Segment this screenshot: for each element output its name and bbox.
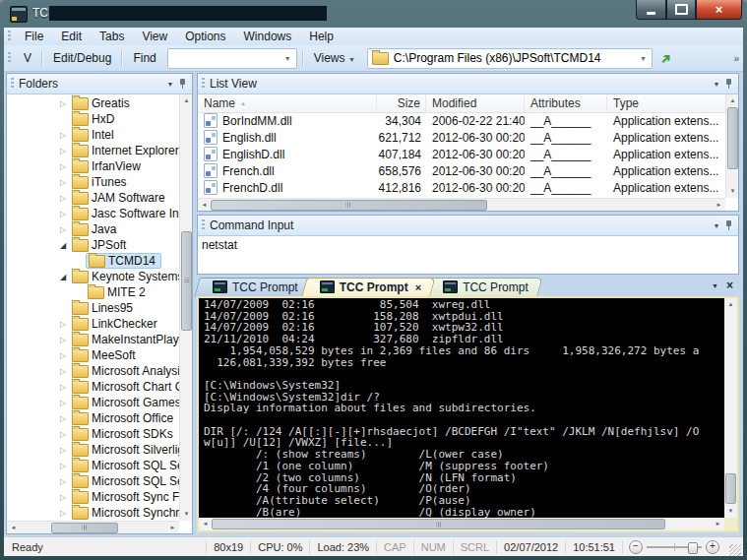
minimize-button[interactable]	[636, 0, 666, 20]
expand-icon[interactable]: ▷	[60, 225, 72, 234]
tree-vertical-scrollbar[interactable]: ▲ ▼	[179, 94, 192, 521]
file-row[interactable]: FrenchD.dll 412,816 2012-06-30 00:20 __A…	[198, 179, 725, 196]
toolbar-grip[interactable]	[8, 52, 11, 64]
views-button[interactable]: Views ▼	[306, 49, 363, 67]
expand-icon[interactable]: ▷	[60, 210, 72, 218]
tree-item[interactable]: ▷MakeInstantPlaye	[7, 332, 179, 347]
tree-item[interactable]: ▷Microsoft Analysi	[7, 363, 179, 379]
panel-menu-button[interactable]: ▼	[709, 222, 724, 229]
menu-grip[interactable]	[8, 31, 11, 42]
tree-item[interactable]: ◢Keynote Systems	[7, 269, 179, 284]
pin-icon[interactable]	[724, 78, 734, 90]
menu-view[interactable]: View	[133, 28, 176, 45]
address-bar[interactable]: C:\Program Files (x86)\JPSoft\TCMD14 ▼	[367, 48, 653, 69]
scrollbar-thumb[interactable]	[725, 473, 736, 504]
pin-icon[interactable]	[724, 219, 734, 231]
scroll-right-icon[interactable]: ►	[712, 518, 724, 530]
tree-item[interactable]: HxD	[7, 111, 179, 127]
toolbar-overflow-button[interactable]: »	[733, 53, 739, 64]
edit-debug-button[interactable]: Edit/Debug	[45, 49, 119, 67]
scrollbar-thumb[interactable]	[51, 523, 119, 533]
tree-item[interactable]: Lines95	[7, 300, 179, 316]
collapse-icon[interactable]: ◢	[60, 273, 72, 281]
menu-tabs[interactable]: Tabs	[91, 28, 133, 45]
column-header-size[interactable]: Size	[377, 94, 426, 112]
scroll-down-icon[interactable]: ▼	[726, 185, 738, 198]
chevron-down-icon[interactable]: ▼	[635, 55, 652, 62]
tree-item[interactable]: ▷MeeSoft	[7, 347, 179, 363]
panel-menu-button[interactable]: ▼	[709, 81, 724, 88]
maximize-button[interactable]	[666, 0, 696, 20]
console-screen[interactable]: 14/07/2009 02:16 85,504 xwreg.dll 14/07/…	[199, 298, 724, 518]
expand-icon[interactable]: ▷	[60, 477, 72, 486]
find-button[interactable]: Find	[125, 49, 163, 67]
column-header-name[interactable]: Name▲	[198, 94, 377, 112]
tree-horizontal-scrollbar[interactable]: ◄ ►	[7, 521, 179, 533]
menu-windows[interactable]: Windows	[235, 28, 301, 45]
collapse-icon[interactable]: ◢	[60, 241, 72, 250]
expand-icon[interactable]: ▷	[60, 462, 72, 470]
tree-item[interactable]: ▷Microsoft Synchr	[7, 505, 179, 521]
scroll-left-icon[interactable]: ◄	[198, 199, 211, 212]
zoom-in-button[interactable]: +	[706, 540, 719, 554]
tree-item[interactable]: ▷Microsoft Office	[7, 410, 179, 426]
scroll-up-icon[interactable]: ▲	[726, 94, 738, 107]
expand-icon[interactable]: ▷	[60, 131, 72, 140]
console-vertical-scrollbar[interactable]: ▲ ▼	[724, 298, 737, 518]
column-header-type[interactable]: Type	[607, 94, 725, 112]
scroll-left-icon[interactable]: ◄	[199, 518, 212, 530]
scroll-up-icon[interactable]: ▲	[724, 298, 737, 311]
scroll-right-icon[interactable]: ►	[713, 199, 725, 212]
tree-item[interactable]: ▷Internet Explorer	[7, 143, 179, 158]
menu-help[interactable]: Help	[300, 28, 342, 45]
command-input-panel-header[interactable]: Command Input ▼	[198, 216, 738, 236]
menu-file[interactable]: File	[16, 28, 52, 45]
expand-icon[interactable]: ▷	[60, 194, 72, 203]
tab-close-icon[interactable]: ×	[415, 281, 421, 293]
expand-icon[interactable]: ▷	[60, 336, 72, 344]
zoom-out-button[interactable]: −	[629, 540, 643, 554]
expand-icon[interactable]: ▷	[60, 399, 72, 407]
expand-icon[interactable]: ▷	[60, 320, 72, 329]
tree-item[interactable]: ▷JAM Software	[7, 190, 179, 206]
expand-icon[interactable]: ▷	[60, 493, 72, 502]
tab-tcc-prompt-2-active[interactable]: TCC Prompt×	[304, 278, 433, 296]
chevron-down-icon[interactable]: ▼	[280, 55, 296, 62]
scrollbar-thumb[interactable]	[181, 231, 192, 332]
tab-tcc-prompt-1[interactable]: TCC Prompt	[197, 278, 310, 296]
tree-item[interactable]: ▷LinkChecker	[7, 316, 179, 332]
resize-grip[interactable]	[729, 544, 741, 556]
scrollbar-thumb[interactable]	[212, 519, 665, 529]
scroll-up-icon[interactable]: ▲	[180, 94, 192, 107]
tree-item[interactable]: ▷Microsoft SQL Se	[7, 473, 179, 489]
tree-item[interactable]: ▷Intel	[7, 127, 179, 143]
menu-edit[interactable]: Edit	[52, 28, 91, 45]
scroll-down-icon[interactable]: ▼	[724, 505, 737, 518]
tab-tcc-prompt-3[interactable]: TCC Prompt	[427, 278, 540, 296]
expand-icon[interactable]: ▷	[60, 162, 72, 171]
tree-item[interactable]: MITE 2	[7, 284, 179, 300]
menu-options[interactable]: Options	[176, 28, 234, 45]
console-horizontal-scrollbar[interactable]: ◄ ►	[199, 518, 724, 530]
tree-item[interactable]: ▷Greatis	[7, 95, 179, 111]
tree-item[interactable]: ▷Java	[7, 221, 179, 237]
file-row[interactable]: French.dll 658,576 2012-06-30 00:20 __A_…	[198, 162, 725, 179]
expand-icon[interactable]: ▷	[60, 383, 72, 392]
expand-icon[interactable]: ▷	[60, 178, 72, 187]
scroll-left-icon[interactable]: ◄	[7, 522, 20, 534]
tree-item[interactable]: ▷Microsoft Chart C	[7, 379, 179, 395]
expand-icon[interactable]: ▷	[60, 430, 72, 439]
tree-item[interactable]: ▷Microsoft Silverlig	[7, 442, 179, 458]
tree-item[interactable]: ▷Jasc Software Inc	[7, 206, 179, 221]
tree-item-selected[interactable]: TCMD14	[7, 253, 179, 269]
list-view-panel-header[interactable]: List View ▼	[198, 74, 738, 94]
panel-menu-button[interactable]: ▼	[162, 81, 178, 88]
tab-bar-close-icon[interactable]: ×	[726, 279, 733, 292]
tree-item[interactable]: ▷IrfanView	[7, 158, 179, 174]
tree-item[interactable]: ▷iTunes	[7, 174, 179, 190]
tab-list-dropdown-icon[interactable]: ▼	[712, 282, 718, 289]
tree-item[interactable]: ▷Microsoft Games	[7, 395, 179, 410]
title-bar[interactable]: TC ×	[0, 0, 747, 28]
close-button[interactable]: ×	[696, 0, 742, 20]
command-input-field[interactable]: netstat	[198, 236, 738, 274]
